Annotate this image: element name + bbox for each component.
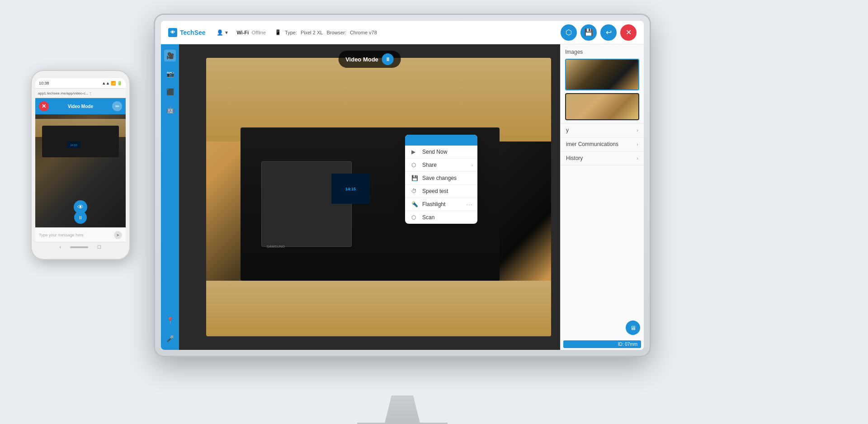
phone-display-time: 14:15 bbox=[70, 144, 77, 146]
wifi-label: Wi-Fi bbox=[237, 30, 249, 35]
phone-url-bar: app1.techsee.me/app/video-c... ⋮ bbox=[35, 88, 126, 98]
monitor-outer: 👁 TechSee 👤 ▾ Wi-Fi Offline 📱 Type: Pixe… bbox=[154, 14, 651, 357]
context-menu-scan[interactable]: ⬡ Scan bbox=[405, 211, 477, 224]
pause-button[interactable]: ⏸ bbox=[382, 53, 394, 65]
microwave-time: 14:15 bbox=[345, 187, 356, 191]
header-actions: ⬡ 💾 ↩ ✕ bbox=[561, 24, 637, 41]
camera-feed: 14:15 SAMSUNG bbox=[206, 58, 551, 336]
forward-button[interactable]: ↩ bbox=[600, 24, 617, 41]
scan-label: Scan bbox=[422, 214, 434, 221]
right-panel: Images y › bbox=[560, 44, 644, 350]
panel-item-customer-comms[interactable]: imer Communications › bbox=[561, 137, 644, 151]
phone-edit-button[interactable]: ✏ bbox=[112, 101, 122, 111]
thumbnail-1-image bbox=[566, 60, 638, 90]
phone-menu-dots[interactable]: ⋮ bbox=[89, 91, 92, 95]
panel-item-history[interactable]: History › bbox=[561, 151, 644, 165]
context-menu-save[interactable]: 💾 Save changes bbox=[405, 172, 477, 185]
phone-nav-bar: ‹ ☐ bbox=[35, 242, 126, 252]
sidebar-layers-icon[interactable]: ⬛ bbox=[164, 86, 176, 98]
wifi-status: Offline bbox=[251, 30, 266, 35]
session-id-text: ID: 07mm bbox=[618, 342, 637, 347]
thumbnail-1[interactable] bbox=[565, 59, 639, 90]
thumbnail-2-image bbox=[566, 94, 638, 119]
phone-recents-btn[interactable]: ☐ bbox=[97, 245, 101, 250]
user-icon: 👤 bbox=[217, 29, 223, 36]
phone-message-placeholder[interactable]: Type your message here bbox=[39, 233, 114, 237]
monitor-stand-neck bbox=[384, 396, 420, 424]
share-arrow: › bbox=[472, 163, 473, 168]
panel-bottom-actions: 🖥 bbox=[561, 317, 644, 339]
monitor-device: 👁 TechSee 👤 ▾ Wi-Fi Offline 📱 Type: Pixe… bbox=[154, 14, 651, 398]
app-header: 👁 TechSee 👤 ▾ Wi-Fi Offline 📱 Type: Pixe… bbox=[161, 21, 644, 44]
sidebar-location-icon[interactable]: 📍 bbox=[164, 315, 176, 326]
panel-item-history-label: History bbox=[566, 155, 583, 161]
images-title: Images bbox=[565, 49, 639, 55]
context-menu-speed-test[interactable]: ⏱ Speed test bbox=[405, 185, 477, 198]
phone-back-btn[interactable]: ‹ bbox=[60, 245, 61, 250]
device-type-value: Pixel 2 XL bbox=[301, 30, 323, 35]
thumbnail-grid bbox=[565, 59, 639, 120]
context-menu-header bbox=[405, 135, 477, 146]
panel-item-customer-comms-chevron: › bbox=[637, 141, 638, 147]
techsee-logo-icon: 👁 bbox=[168, 28, 177, 37]
panel-item-1[interactable]: y › bbox=[561, 123, 644, 137]
phone-url-text: app1.techsee.me/app/video-c... bbox=[38, 91, 89, 95]
phone-microwave: 14:15 bbox=[42, 126, 119, 157]
images-section: Images bbox=[561, 44, 644, 123]
microwave-display: 14:15 bbox=[331, 174, 370, 204]
context-menu-flashlight[interactable]: 🔦 Flashlight ··· bbox=[405, 198, 477, 211]
monitor-screen: 👁 TechSee 👤 ▾ Wi-Fi Offline 📱 Type: Pixe… bbox=[161, 21, 644, 350]
phone-microwave-display: 14:15 bbox=[67, 141, 80, 148]
context-menu-send-now[interactable]: ▶ Send Now bbox=[405, 146, 477, 159]
save-label: Save changes bbox=[422, 175, 457, 181]
close-button[interactable]: ✕ bbox=[620, 24, 637, 41]
phone-pause-button[interactable]: ⏸ bbox=[74, 211, 87, 224]
sidebar-video-icon[interactable]: 🎥 bbox=[164, 50, 176, 61]
send-now-label: Send Now bbox=[422, 149, 447, 155]
phone-send-button[interactable]: ➤ bbox=[114, 231, 122, 239]
flashlight-more-icon: ··· bbox=[466, 201, 473, 208]
video-mode-badge: Video Mode ⏸ bbox=[338, 51, 401, 68]
speed-test-icon: ⏱ bbox=[411, 188, 418, 194]
flashlight-label: Flashlight bbox=[422, 201, 445, 207]
phone-video-mode-label: Video Mode bbox=[68, 104, 93, 109]
phone-icon: 📱 bbox=[275, 29, 281, 35]
panel-item-customer-comms-label: imer Communications bbox=[566, 141, 618, 147]
session-id-bar: ID: 07mm bbox=[563, 340, 641, 348]
panel-item-history-chevron: › bbox=[637, 155, 638, 161]
phone-main-content: 14:15 👁 ⏸ bbox=[35, 114, 126, 227]
thumbnail-2[interactable] bbox=[565, 93, 639, 120]
context-menu-share[interactable]: ⬡ Share › bbox=[405, 159, 477, 172]
share-button[interactable]: ⬡ bbox=[561, 24, 577, 41]
save-button[interactable]: 💾 bbox=[580, 24, 597, 41]
phone-screen: 10:38 ▲▲ 📶 🔋 app1.techsee.me/app/video-c… bbox=[35, 78, 126, 252]
video-area: 14:15 SAMSUNG bbox=[179, 44, 560, 350]
phone-time: 10:38 bbox=[39, 81, 49, 85]
header-device-section: 📱 Type: Pixel 2 XL Browser: Chrome v78 bbox=[275, 29, 377, 35]
user-chevron: ▾ bbox=[225, 29, 228, 36]
main-content: 14:15 SAMSUNG bbox=[179, 44, 560, 350]
panel-item-1-label: y bbox=[566, 127, 569, 133]
panel-item-1-chevron: › bbox=[637, 127, 638, 133]
scan-icon: ⬡ bbox=[411, 214, 418, 221]
sidebar-ar-icon[interactable]: 🤖 bbox=[164, 104, 176, 116]
phone-close-button[interactable]: ✕ bbox=[39, 101, 49, 111]
context-menu: ▶ Send Now ⬡ Share › 💾 Save changes bbox=[405, 135, 477, 224]
panel-action-button[interactable]: 🖥 bbox=[626, 320, 640, 335]
phone-outer: 10:38 ▲▲ 📶 🔋 app1.techsee.me/app/video-c… bbox=[31, 70, 130, 260]
sidebar-camera-icon[interactable]: 📷 bbox=[164, 68, 176, 80]
phone-device: 10:38 ▲▲ 📶 🔋 app1.techsee.me/app/video-c… bbox=[31, 70, 130, 260]
device-type-label: Type: bbox=[285, 30, 297, 35]
phone-home-bar[interactable] bbox=[70, 246, 88, 248]
sidebar-mic-icon[interactable]: 🎤 bbox=[164, 333, 176, 344]
microwave-brand: SAMSUNG bbox=[267, 245, 285, 249]
share-label: Share bbox=[422, 162, 437, 168]
share-icon: ⬡ bbox=[411, 162, 418, 168]
app-logo-text: TechSee bbox=[180, 29, 206, 36]
phone-toolbar: ✕ Video Mode ✏ bbox=[35, 98, 126, 114]
flashlight-icon: 🔦 bbox=[411, 201, 418, 207]
shelf-bottom bbox=[206, 281, 551, 336]
header-user-section[interactable]: 👤 ▾ bbox=[217, 29, 228, 36]
send-now-icon: ▶ bbox=[411, 149, 418, 155]
video-mode-label: Video Mode bbox=[345, 56, 378, 63]
